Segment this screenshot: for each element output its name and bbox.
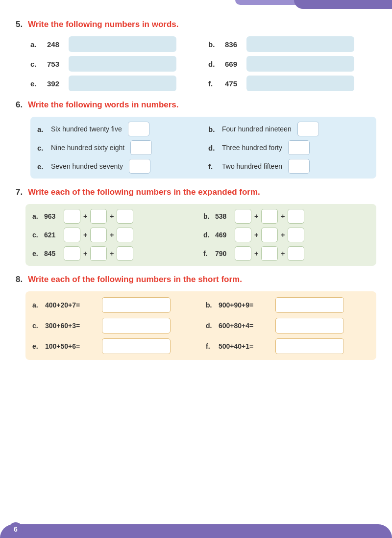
s6-item-d: d. Three hundred forty [208, 140, 369, 155]
s7-num-a: 963 [44, 212, 62, 220]
s5-answer-a[interactable] [69, 36, 176, 52]
s5-answer-f[interactable] [246, 76, 354, 91]
s7-item-d: d. 469 + + [203, 228, 369, 242]
s7-num-f: 790 [215, 250, 233, 257]
s5-item-d: d. 669 [208, 56, 376, 72]
s7-answer-c3[interactable] [117, 228, 133, 242]
s8-answer-f[interactable] [275, 338, 344, 354]
s7-num-e: 845 [44, 250, 62, 257]
s8-expr-b: 900+90+9= [219, 301, 272, 309]
s6-answer-c[interactable] [130, 140, 152, 155]
s7-answer-e3[interactable] [117, 246, 133, 261]
s7-item-e: e. 845 + + [32, 246, 198, 261]
s5-answer-e[interactable] [69, 76, 176, 91]
s8-label-e: e. [32, 342, 42, 350]
s6-label-c: c. [37, 144, 47, 152]
s8-label-c: c. [32, 322, 42, 330]
s7-label-d: d. [203, 231, 213, 239]
s5-label-e: e. [30, 79, 43, 88]
s5-num-e: 392 [47, 79, 65, 88]
s8-item-b: b. 900+90+9= [206, 297, 369, 313]
s7-answer-b2[interactable] [261, 209, 278, 224]
top-wave-1 [294, 0, 392, 9]
section8-number: 8. [16, 275, 23, 284]
s5-item-c: c. 753 [30, 56, 198, 72]
page-number: 6 [9, 522, 23, 536]
s5-answer-d[interactable] [246, 56, 354, 72]
s8-label-a: a. [32, 301, 42, 309]
s5-num-a: 248 [47, 40, 65, 49]
s8-expr-d: 600+80+4= [219, 322, 272, 330]
s7-answer-c1[interactable] [64, 228, 80, 242]
section5-grid: a. 248 b. 836 c. 753 d. 669 e. 392 f. 4 [30, 36, 376, 91]
s7-answer-f1[interactable] [235, 246, 251, 261]
s8-answer-a[interactable] [102, 297, 171, 313]
s6-answer-e[interactable] [129, 159, 150, 174]
s5-label-f: f. [208, 79, 221, 88]
s7-answer-c2[interactable] [90, 228, 107, 242]
s6-label-e: e. [37, 162, 47, 171]
s7-label-e: e. [32, 250, 42, 257]
section7-grid: a. 963 + + b. 538 + + c. 621 + + [25, 204, 376, 266]
s7-answer-e2[interactable] [90, 246, 107, 261]
s8-answer-d[interactable] [275, 318, 344, 333]
s7-answer-d1[interactable] [235, 228, 251, 242]
s8-answer-b[interactable] [275, 297, 344, 313]
s5-num-f: 475 [225, 79, 243, 88]
s8-item-e: e. 100+50+6= [32, 338, 196, 354]
s6-label-b: b. [208, 125, 218, 133]
section5-title: 5. Write the following numbers in words. [16, 20, 376, 29]
s6-item-a: a. Six hundred twenty five [37, 122, 198, 136]
s8-expr-c: 300+60+3= [45, 322, 99, 330]
s8-item-c: c. 300+60+3= [32, 318, 196, 333]
s7-label-c: c. [32, 231, 42, 239]
s6-answer-d[interactable] [288, 140, 310, 155]
s8-expr-e: 100+50+6= [45, 342, 99, 350]
s6-text-e: Seven hundred seventy [51, 162, 123, 170]
s5-num-c: 753 [47, 60, 65, 68]
s7-item-c: c. 621 + + [32, 228, 198, 242]
s7-label-a: a. [32, 212, 42, 220]
s6-label-f: f. [208, 162, 218, 171]
s7-num-c: 621 [44, 231, 62, 239]
s7-answer-e1[interactable] [64, 246, 80, 261]
s7-answer-b3[interactable] [288, 209, 304, 224]
s8-expr-f: 500+40+1= [219, 342, 272, 350]
s6-answer-f[interactable] [288, 159, 310, 174]
s7-answer-f3[interactable] [288, 246, 304, 261]
s5-label-c: c. [30, 60, 43, 68]
s5-answer-b[interactable] [246, 36, 354, 52]
section7-title: 7. Write each of the following numbers i… [16, 187, 376, 197]
s8-item-a: a. 400+20+7= [32, 297, 196, 313]
s7-item-f: f. 790 + + [203, 246, 369, 261]
s5-item-e: e. 392 [30, 76, 198, 91]
s7-answer-d3[interactable] [288, 228, 304, 242]
s8-answer-c[interactable] [102, 318, 171, 333]
s8-item-f: f. 500+40+1= [206, 338, 369, 354]
s8-expr-a: 400+20+7= [45, 301, 99, 309]
s8-label-f: f. [206, 342, 216, 350]
s5-label-b: b. [208, 40, 221, 49]
s6-text-a: Six hundred twenty five [51, 125, 122, 133]
s6-label-d: d. [208, 144, 218, 152]
s7-answer-f2[interactable] [261, 246, 278, 261]
s6-item-f: f. Two hundred fifteen [208, 159, 369, 174]
section6-title: 6. Write the following words in numbers. [16, 100, 376, 110]
section8-title: 8. Write each of the following numbers i… [16, 275, 376, 284]
s7-answer-a1[interactable] [64, 209, 80, 224]
s6-answer-a[interactable] [128, 122, 149, 136]
s6-answer-b[interactable] [297, 122, 319, 136]
s5-label-d: d. [208, 60, 221, 68]
s7-answer-a3[interactable] [117, 209, 133, 224]
s8-answer-e[interactable] [102, 338, 171, 354]
s6-item-c: c. Nine hundred sixty eight [37, 140, 198, 155]
s7-answer-d2[interactable] [261, 228, 278, 242]
s7-item-b: b. 538 + + [203, 209, 369, 224]
s7-answer-b1[interactable] [235, 209, 251, 224]
s6-text-d: Three hundred forty [222, 144, 282, 152]
section6-number: 6. [16, 100, 23, 109]
s5-answer-c[interactable] [69, 56, 176, 72]
s7-answer-a2[interactable] [90, 209, 107, 224]
s7-label-f: f. [203, 250, 213, 257]
s5-label-a: a. [30, 40, 43, 49]
